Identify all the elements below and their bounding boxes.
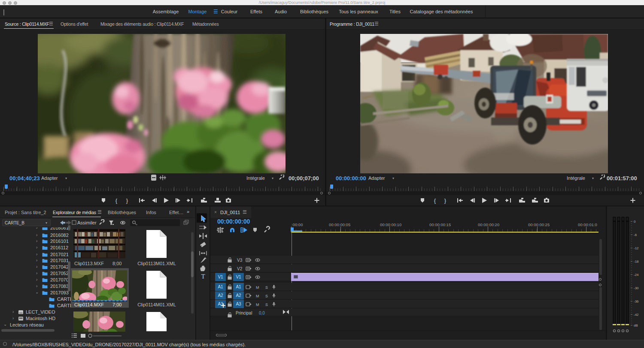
svg-text:S: S [265, 303, 268, 307]
svg-text:-30: -30 [634, 286, 639, 290]
svg-text:-6: -6 [634, 233, 637, 237]
svg-text:0: 0 [634, 220, 636, 224]
svg-text:-42: -42 [634, 313, 639, 317]
svg-text:M: M [256, 294, 259, 298]
svg-text:-12: -12 [634, 246, 639, 250]
svg-text:{: { [115, 197, 118, 204]
svg-text:S: S [265, 294, 268, 298]
svg-text:-24: -24 [634, 273, 639, 277]
svg-text:T: T [201, 273, 205, 280]
svg-text:dB: dB [634, 324, 638, 327]
svg-text:}: } [126, 197, 128, 204]
svg-text:}: } [444, 197, 447, 204]
svg-text:-36: -36 [634, 300, 639, 303]
svg-text:S: S [265, 285, 268, 290]
svg-text:M: M [256, 285, 259, 290]
svg-text:-18: -18 [634, 260, 639, 263]
svg-text:M: M [256, 303, 259, 307]
svg-text:{: { [434, 197, 436, 204]
